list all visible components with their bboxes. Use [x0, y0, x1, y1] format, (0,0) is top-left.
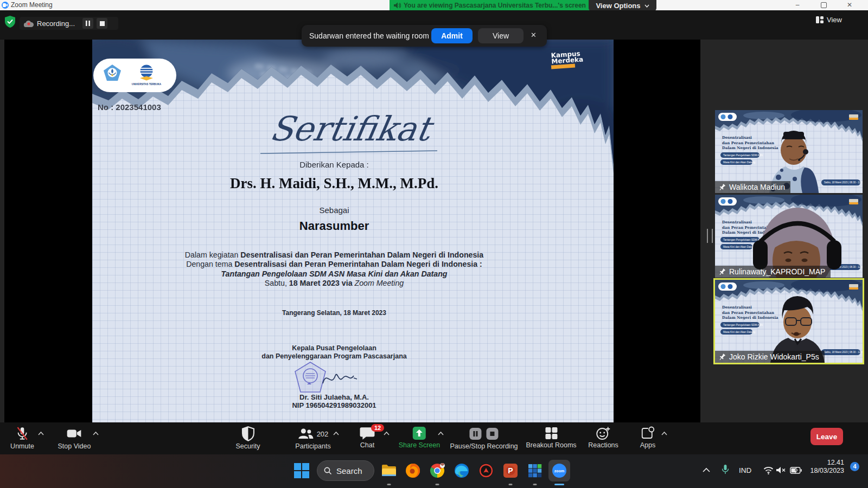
participants-count: 202	[317, 430, 329, 438]
svg-text:Masa Kini dan Akan Datang: Masa Kini dan Akan Datang	[723, 161, 756, 164]
participant-tile-joko[interactable]: Desentralisasi dan Peran Pemerintahan Da…	[715, 280, 863, 363]
view-options-button[interactable]: View Options	[589, 0, 656, 11]
tray-mic-icon[interactable]	[722, 464, 729, 475]
unmute-button[interactable]: Unmute	[10, 426, 34, 450]
file-explorer-icon[interactable]	[381, 463, 397, 479]
certificate-slide: UNIVERSITAS TERBUKA KampusMerdeka No : 2…	[92, 40, 614, 422]
participants-button[interactable]: 202 Participants	[295, 426, 330, 450]
powerpoint-icon[interactable]: P	[502, 463, 519, 479]
svg-text:zoom: zoom	[554, 469, 564, 473]
firefox-icon[interactable]	[405, 463, 421, 479]
place-date: Tangerang Selatan, 18 Maret 2023	[92, 309, 576, 317]
svg-text:P: P	[508, 466, 513, 475]
video-chevron-icon[interactable]	[93, 432, 99, 435]
red-app-icon[interactable]	[478, 463, 494, 479]
chevron-down-icon	[644, 4, 649, 8]
security-button[interactable]: Security	[235, 426, 260, 450]
pause-recording-button[interactable]	[82, 18, 93, 29]
pin-icon	[719, 268, 726, 275]
share-screen-icon	[412, 426, 426, 440]
apps-icon	[641, 426, 655, 440]
svg-text:dan Peran Pemerintahan: dan Peran Pemerintahan	[722, 141, 774, 145]
svg-text:Sabtu, 18 Maret 2023 | 08.30 -: Sabtu, 18 Maret 2023 | 08.30 - 12.30 WIB	[824, 181, 863, 184]
leave-button[interactable]: Leave	[810, 428, 843, 445]
university-logos: UNIVERSITAS TERBUKA	[103, 64, 167, 88]
recording-label: Recording...	[37, 20, 75, 28]
edge-icon[interactable]	[454, 463, 470, 479]
running-indicator	[533, 484, 537, 485]
start-button[interactable]	[293, 463, 310, 479]
zoom-active-indicator	[554, 484, 564, 485]
security-shield-icon	[5, 16, 15, 28]
breakout-rooms-button[interactable]: Breakout Rooms	[526, 426, 576, 449]
stop-recording-icon	[486, 427, 499, 440]
notification-badge[interactable]: 4	[850, 462, 859, 471]
zoom-app-icon	[2, 2, 9, 9]
stop-recording-button[interactable]	[97, 18, 107, 29]
title-underline	[259, 148, 438, 156]
signer-titles: Kepala Pusat Pengelolaandan Penyelenggar…	[92, 344, 576, 360]
toast-view-button[interactable]: View	[478, 28, 524, 43]
viewing-banner: You are viewing Pascasarjana Universitas…	[390, 0, 591, 10]
running-indicator	[387, 484, 391, 485]
svg-text:Masa Kini dan Akan Datang: Masa Kini dan Akan Datang	[723, 331, 756, 333]
tray-volume-muted-icon[interactable]	[776, 466, 786, 474]
view-layout-icon	[816, 16, 824, 23]
running-indicator	[436, 484, 439, 485]
svg-text:Desentralisasi: Desentralisasi	[722, 136, 752, 140]
stop-video-button[interactable]: Stop Video	[58, 426, 91, 450]
search-box[interactable]: Search	[317, 460, 374, 481]
signer-nip: NIP 196504291989032001	[92, 401, 576, 409]
svg-text:Dalam Negeri di Indonesia: Dalam Negeri di Indonesia	[722, 146, 778, 150]
apps-button[interactable]: Apps	[640, 426, 656, 449]
participant-nametag: Rulinawaty_KAPRODI_MAP	[715, 266, 831, 278]
window-title: Zoom Meeting	[11, 1, 53, 9]
apps-chevron-icon[interactable]	[661, 432, 667, 435]
participants-icon	[298, 427, 314, 440]
reactions-button[interactable]: Reactions	[588, 426, 618, 449]
svg-text:Tantangan Pengelolaan SDM ASN: Tantangan Pengelolaan SDM ASN	[723, 154, 763, 157]
close-button[interactable]: ✕	[841, 0, 858, 10]
panel-resize-handle[interactable]	[707, 229, 713, 243]
admit-button[interactable]: Admit	[431, 28, 473, 43]
maximize-button[interactable]	[815, 0, 832, 10]
toast-message: Sudarwan entered the waiting room	[309, 31, 429, 40]
grid-app-icon[interactable]	[527, 463, 543, 479]
participant-tile-rulinawaty[interactable]: Desentralisasi dan Peran Pemerintahan Da…	[715, 195, 863, 278]
svg-text:dan Peran Pemerintahan: dan Peran Pemerintahan	[722, 311, 774, 315]
svg-text:Masa Kini dan Akan Datang: Masa Kini dan Akan Datang	[723, 246, 756, 248]
minimize-button[interactable]: –	[789, 0, 806, 10]
window-titlebar: Zoom Meeting – ✕ You are viewing Pascasa…	[0, 0, 868, 10]
tray-wifi-icon[interactable]	[763, 466, 774, 474]
unmute-chevron-icon[interactable]	[38, 432, 44, 435]
tray-clock[interactable]: 12.41 18/03/2023	[810, 459, 844, 475]
recording-indicator: Recording...	[20, 17, 118, 30]
chat-chevron-icon[interactable]	[384, 432, 390, 435]
participant-tile-walikota[interactable]: Desentralisasi dan Peran Pemerintahan Da…	[715, 110, 863, 193]
certificate-title: Sertifikat	[105, 109, 596, 149]
chrome-icon[interactable]	[429, 463, 445, 479]
video-camera-icon	[66, 426, 82, 441]
participants-chevron-icon[interactable]	[333, 432, 339, 435]
stamp-and-signature	[293, 362, 374, 395]
search-icon	[324, 467, 332, 475]
recipient-name: Drs. H. Maidi, S.H., M.M., M.Pd.	[92, 175, 576, 192]
tray-battery-icon[interactable]	[790, 467, 802, 474]
shared-screen-viewport: UNIVERSITAS TERBUKA KampusMerdeka No : 2…	[4, 40, 700, 422]
participant-nametag: Walikota Madiun	[715, 181, 790, 193]
zoom-taskbar-icon[interactable]: zoom	[551, 463, 567, 479]
view-layout-button[interactable]: View	[816, 16, 842, 24]
svg-text:Tantangan Pengelolaan SDM ASN: Tantangan Pengelolaan SDM ASN	[723, 239, 763, 241]
recording-cloud-icon	[24, 20, 34, 27]
windows-taskbar: Search P zoom IND 12.41 18/03/2023 4	[0, 454, 868, 488]
share-chevron-icon[interactable]	[438, 432, 444, 435]
pause-stop-recording-button[interactable]: Pause/Stop Recording	[450, 426, 518, 450]
breakout-rooms-icon	[544, 426, 558, 440]
share-screen-button[interactable]: Share Screen	[399, 426, 440, 449]
svg-text:Sabtu, 18 Maret 2023 | 08.30 -: Sabtu, 18 Maret 2023 | 08.30 - 12.30 WIB	[824, 351, 863, 354]
tray-chevron-icon[interactable]	[703, 467, 710, 472]
screen: Zoom Meeting – ✕ You are viewing Pascasa…	[0, 0, 868, 488]
tray-language[interactable]: IND	[739, 466, 751, 474]
toast-close-icon[interactable]: ✕	[531, 31, 537, 39]
mic-muted-icon	[15, 426, 30, 441]
